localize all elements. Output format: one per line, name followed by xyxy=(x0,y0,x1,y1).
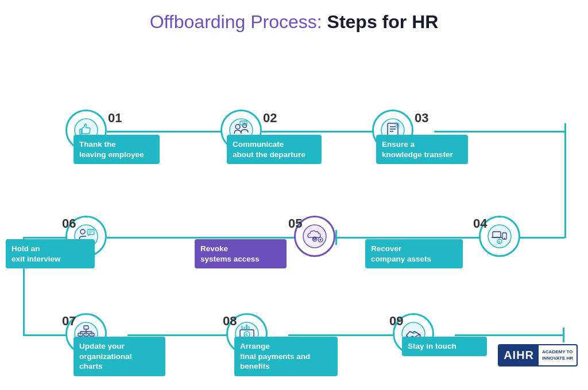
step-6-box: Hold anexit interview xyxy=(6,239,95,268)
step-8-box: Arrangefinal payments andbenefits xyxy=(234,337,338,376)
step-4-num: 04 xyxy=(473,216,487,231)
aihr-logo: AIHR ACADEMY TOINNOVATE HR xyxy=(498,344,578,366)
step-6-num: 06 xyxy=(62,216,76,231)
svg-point-46 xyxy=(86,334,87,335)
svg-rect-59 xyxy=(248,326,250,330)
svg-point-47 xyxy=(91,334,92,335)
connector-3-right xyxy=(434,131,566,132)
connector-9-right xyxy=(455,334,564,336)
step-3-box: Ensure aknowledge transfer xyxy=(376,135,468,164)
title-part2: Steps for HR xyxy=(327,11,439,32)
svg-point-24 xyxy=(303,225,326,248)
step-2-num: 02 xyxy=(263,111,277,126)
step-4-box: Recovercompany assets xyxy=(365,239,463,268)
title-part1: Offboarding Process: xyxy=(150,11,327,32)
tbar-right-down xyxy=(564,123,566,238)
svg-rect-58 xyxy=(246,325,247,330)
page-title: Offboarding Process: Steps for HR xyxy=(0,0,588,38)
svg-text:?: ? xyxy=(396,124,399,128)
svg-point-17 xyxy=(488,225,511,248)
svg-point-28 xyxy=(320,239,322,241)
step-9-box: Stay in touch xyxy=(402,337,487,356)
aihr-tagline: ACADEMY TOINNOVATE HR xyxy=(539,347,577,364)
step-7-box: Update yourorganizationalcharts xyxy=(74,337,165,376)
step-1-box: Thank theleaving employee xyxy=(74,135,160,164)
svg-point-45 xyxy=(80,334,81,335)
step-9-num: 09 xyxy=(389,314,403,329)
step-5-box: Revokesystems access xyxy=(195,239,287,268)
step-2-box: Communicateabout the departure xyxy=(227,135,322,164)
step-7-num: 07 xyxy=(62,314,76,329)
aihr-abbr: AIHR xyxy=(499,345,539,365)
svg-rect-56 xyxy=(241,326,243,330)
svg-point-21 xyxy=(504,238,505,239)
step-1-num: 01 xyxy=(108,111,122,126)
connector-4-5 xyxy=(335,237,500,239)
tbar-9-right xyxy=(563,327,564,342)
svg-rect-57 xyxy=(243,327,245,330)
step-5-num: 05 xyxy=(288,216,302,231)
step-8-num: 08 xyxy=(223,314,237,329)
tbar-5-right xyxy=(335,230,337,245)
process-diagram: 01 Thank theleaving employee 02 Communic… xyxy=(0,38,588,377)
connector-5-6 xyxy=(107,237,314,239)
step-3-num: 03 xyxy=(415,111,428,126)
